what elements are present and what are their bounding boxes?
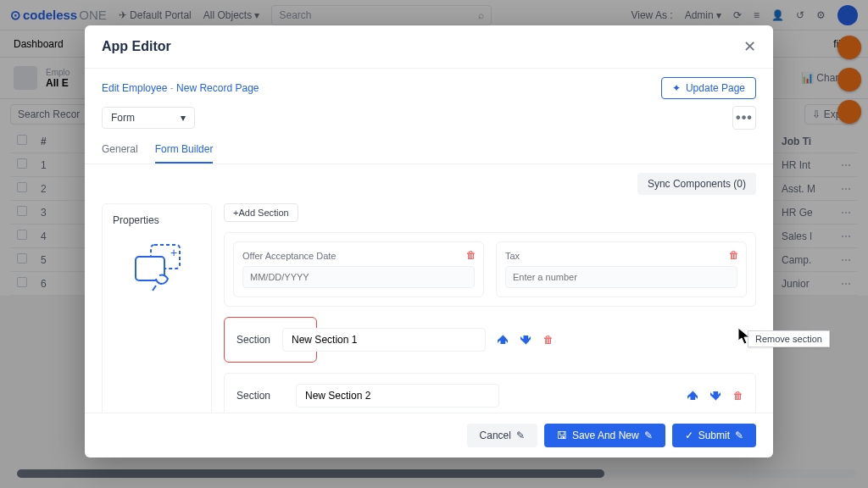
section-name-input[interactable] xyxy=(296,384,499,408)
add-section-button[interactable]: +Add Section xyxy=(224,203,298,222)
view-type-select[interactable]: Form▾ xyxy=(102,107,195,129)
pencil-icon: ✎ xyxy=(644,430,653,441)
pencil-icon: ✎ xyxy=(516,430,525,441)
field-label: Offer Acceptance Date xyxy=(242,251,475,261)
tabs: General Form Builder xyxy=(85,136,773,164)
crumb-newrecord[interactable]: New Record xyxy=(176,82,232,94)
remove-section-icon[interactable]: 🗑 xyxy=(733,390,743,402)
move-up-icon[interactable]: 🢁 xyxy=(498,334,509,347)
delete-field-icon[interactable]: 🗑 xyxy=(729,249,739,261)
tab-general[interactable]: General xyxy=(102,136,138,164)
crumb-employee[interactable]: Employee xyxy=(122,82,167,94)
field-label: Tax xyxy=(505,251,737,261)
modal-footer: Cancel ✎ 🖫 Save And New ✎ ✓ Submit ✎ xyxy=(85,413,773,458)
crumb-page[interactable]: Page xyxy=(235,82,259,94)
form-fields-group: 🗑 Offer Acceptance Date 🗑 Tax xyxy=(224,232,756,307)
svg-line-3 xyxy=(153,286,156,291)
field-offer-date[interactable]: 🗑 Offer Acceptance Date xyxy=(233,241,484,297)
save-icon: 🖫 xyxy=(557,430,567,441)
pencil-icon: ✎ xyxy=(735,430,743,441)
tab-form-builder[interactable]: Form Builder xyxy=(155,136,214,164)
update-page-button[interactable]: ✦ Update Page xyxy=(661,77,756,99)
cancel-button[interactable]: Cancel ✎ xyxy=(467,424,537,447)
section-label: Section xyxy=(236,390,284,402)
save-and-new-button[interactable]: 🖫 Save And New ✎ xyxy=(544,424,665,447)
section-label: Section xyxy=(236,334,270,346)
magic-wand-icon: ✦ xyxy=(672,82,681,94)
properties-title: Properties xyxy=(113,214,201,226)
submit-button[interactable]: ✓ Submit ✎ xyxy=(672,424,756,447)
svg-text:+: + xyxy=(170,246,177,259)
delete-field-icon[interactable]: 🗑 xyxy=(466,249,476,261)
section-name-input[interactable] xyxy=(282,328,486,352)
chevron-down-icon: ▾ xyxy=(181,112,186,124)
modal-title: App Editor xyxy=(102,39,171,54)
field-tax[interactable]: 🗑 Tax xyxy=(496,241,747,297)
remove-section-icon[interactable]: 🗑 xyxy=(543,334,554,346)
move-up-icon[interactable]: 🢁 xyxy=(687,390,698,402)
section-row-2[interactable]: Section 🢁 🢃 🗑 xyxy=(224,373,756,413)
check-icon: ✓ xyxy=(685,430,693,441)
close-button[interactable]: ✕ xyxy=(743,37,756,56)
sync-components-button[interactable]: Sync Components (0) xyxy=(637,173,756,195)
more-menu[interactable]: ••• xyxy=(732,106,756,130)
crumb-edit[interactable]: Edit xyxy=(102,82,120,94)
app-editor-modal: App Editor ✕ Edit Employee - New Record … xyxy=(85,25,773,458)
properties-panel: Properties + xyxy=(102,203,212,413)
breadcrumb: Edit Employee - New Record Page xyxy=(102,82,259,94)
tooltip: Remove section xyxy=(748,330,830,347)
move-down-icon[interactable]: 🢃 xyxy=(710,390,721,402)
offer-date-input[interactable] xyxy=(242,266,475,288)
move-down-icon[interactable]: 🢃 xyxy=(520,334,531,347)
properties-illustration: + xyxy=(113,241,201,292)
section-row-1[interactable]: Section 🢁 🢃 🗑 xyxy=(224,317,317,363)
tax-input[interactable] xyxy=(505,266,737,288)
